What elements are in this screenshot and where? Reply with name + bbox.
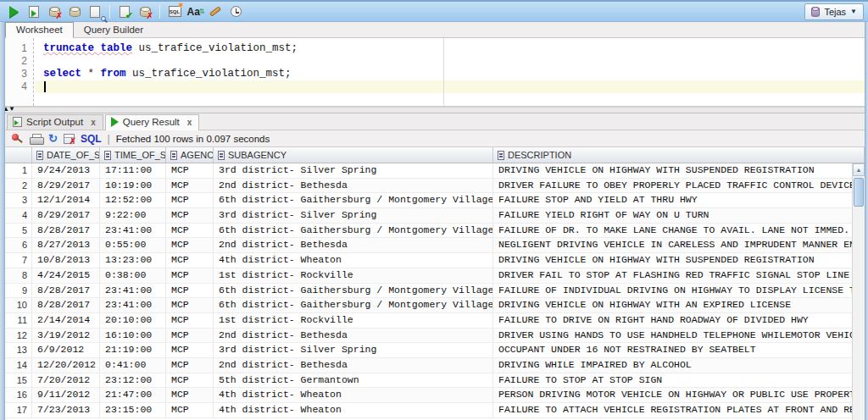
panel-splitter[interactable]: ▲▼ bbox=[0, 107, 868, 113]
clear-results-icon[interactable]: ✗ bbox=[64, 134, 75, 144]
agency-cell: MCP bbox=[166, 193, 214, 207]
date-of-stop-cell: 3/19/2012 bbox=[32, 329, 100, 343]
agency-cell: MCP bbox=[166, 163, 214, 178]
close-icon[interactable]: x bbox=[187, 118, 192, 127]
description-cell: DRIVER FAILURE TO OBEY PROPERLY PLACED T… bbox=[493, 179, 865, 193]
table-row[interactable]: 15 7/20/2012 23:12:00 MCP 5th district- … bbox=[5, 373, 865, 389]
column-header-agency[interactable]: AGENCY bbox=[166, 147, 214, 163]
table-row[interactable]: 6 8/27/2013 0:55:00 MCP 2nd district- Be… bbox=[5, 238, 865, 253]
column-header-icon bbox=[218, 151, 225, 160]
table-row[interactable]: 13 6/9/2012 21:19:00 MCP 3rd district- S… bbox=[5, 343, 865, 358]
clear-icon[interactable] bbox=[206, 3, 225, 20]
sql-editor[interactable]: 1 2 3 4 truncate table us_trafice_violat… bbox=[5, 38, 865, 107]
date-of-stop-cell: 8/27/2013 bbox=[32, 238, 100, 252]
table-row[interactable]: 7 10/8/2013 13:23:00 MCP 4th district- W… bbox=[5, 253, 865, 268]
line-number: 3 bbox=[5, 68, 27, 80]
document-tab-bar: Worksheet Query Builder bbox=[0, 22, 868, 38]
table-row[interactable]: 2 8/29/2017 10:19:00 MCP 2nd district- B… bbox=[5, 179, 865, 194]
commit-icon[interactable]: ✔ bbox=[115, 3, 134, 20]
table-row[interactable]: 16 9/11/2012 21:47:00 MCP 4th district- … bbox=[5, 388, 865, 403]
column-header-icon bbox=[36, 151, 43, 160]
agency-cell: MCP bbox=[166, 284, 214, 298]
column-header-time-of-stop[interactable]: TIME_OF_STOP bbox=[100, 147, 166, 163]
query-result-grid: 1 9/24/2013 17:11:00 MCP 3rd district- S… bbox=[5, 163, 865, 420]
subagency-cell: 6th district- Gaithersburg / Montgomery … bbox=[214, 298, 493, 312]
table-row[interactable]: 8 4/24/2015 0:38:00 MCP 1st district- Ro… bbox=[5, 268, 865, 284]
description-cell: FAILURE TO STOP AT STOP SIGN bbox=[493, 373, 865, 388]
date-of-stop-cell: 4/24/2015 bbox=[32, 268, 100, 283]
time-of-stop-cell: 23:41:00 bbox=[100, 298, 166, 312]
row-number-cell: 7 bbox=[5, 253, 32, 268]
tab-query-result[interactable]: Query Result x bbox=[105, 114, 200, 130]
table-row[interactable]: 5 8/28/2017 23:41:00 MCP 6th district- G… bbox=[5, 224, 865, 239]
tab-script-output[interactable]: Script Output x bbox=[7, 114, 103, 130]
row-number-cell: 1 bbox=[5, 163, 32, 178]
description-cell: FAILURE OF INDIVIDUAL DRIVING ON HIGHWAY… bbox=[493, 284, 865, 298]
row-number-cell: 17 bbox=[5, 403, 32, 417]
connection-selector[interactable]: Tejas ▼ bbox=[804, 3, 864, 20]
time-of-stop-cell: 0:55:00 bbox=[100, 238, 166, 252]
database-icon bbox=[811, 7, 820, 17]
table-row[interactable]: 9 8/28/2017 23:41:00 MCP 6th district- G… bbox=[5, 284, 865, 299]
sql-history-icon[interactable] bbox=[226, 3, 245, 20]
table-row[interactable]: 14 12/20/2012 0:41:00 MCP 2nd district- … bbox=[5, 358, 865, 373]
code-area[interactable]: truncate table us_trafice_violation_mst;… bbox=[35, 38, 865, 106]
refresh-icon[interactable]: ↻ bbox=[48, 133, 58, 144]
window-right-edge bbox=[865, 21, 868, 420]
tab-query-builder[interactable]: Query Builder bbox=[74, 23, 153, 37]
agency-cell: MCP bbox=[166, 208, 214, 223]
description-cell: DRIVING WHILE IMPAIRED BY ALCOHOL bbox=[493, 358, 865, 373]
row-number-cell: 10 bbox=[5, 298, 32, 312]
sql-link[interactable]: SQL bbox=[81, 133, 102, 145]
table-row[interactable]: 11 2/14/2014 20:10:00 MCP 1st district- … bbox=[5, 313, 865, 329]
date-of-stop-cell: 7/20/2012 bbox=[32, 373, 100, 388]
table-row[interactable]: 17 7/23/2013 23:15:00 MCP 4th district- … bbox=[5, 403, 865, 418]
scroll-up-icon[interactable]: ▲ bbox=[853, 163, 865, 176]
time-of-stop-cell: 23:15:00 bbox=[100, 403, 166, 417]
date-of-stop-cell: 8/29/2017 bbox=[32, 179, 100, 193]
description-cell: FAILURE STOP AND YIELD AT THRU HWY bbox=[493, 193, 865, 207]
date-of-stop-cell: 9/24/2013 bbox=[32, 163, 100, 178]
agency-cell: MCP bbox=[166, 179, 214, 193]
pin-icon[interactable] bbox=[10, 133, 24, 145]
subagency-cell: 3rd district- Silver Spring bbox=[214, 343, 493, 357]
change-case-icon[interactable]: Aa⇅ bbox=[186, 3, 204, 20]
scrollbar-thumb[interactable] bbox=[854, 178, 864, 207]
table-row[interactable]: 3 12/1/2014 12:52:00 MCP 6th district- G… bbox=[5, 193, 865, 208]
code-line-1: truncate table us_trafice_violation_mst; bbox=[43, 42, 865, 55]
vertical-scrollbar[interactable]: ▲ bbox=[852, 163, 865, 420]
autotrace-icon[interactable]: ✗ bbox=[45, 3, 64, 20]
run-script-icon[interactable] bbox=[25, 3, 43, 20]
collapse-down-icon[interactable]: ▼ bbox=[8, 105, 14, 113]
line-number: 4 bbox=[5, 80, 27, 93]
description-cell: NEGLIGENT DRIVING VEHICLE IN CARELESS AN… bbox=[493, 238, 865, 252]
subagency-cell: 3rd district- Silver Spring bbox=[214, 208, 493, 223]
table-row[interactable]: 10 8/28/2017 23:41:00 MCP 6th district- … bbox=[5, 298, 865, 313]
agency-cell: MCP bbox=[166, 253, 214, 268]
tab-worksheet[interactable]: Worksheet bbox=[5, 22, 74, 38]
script-output-icon bbox=[13, 117, 22, 127]
row-number-cell: 9 bbox=[5, 284, 32, 298]
table-row[interactable]: 4 8/29/2017 9:22:00 MCP 3rd district- Si… bbox=[5, 208, 865, 224]
time-of-stop-cell: 16:10:00 bbox=[100, 329, 166, 343]
column-header-date-of-stop[interactable]: DATE_OF_STOP bbox=[32, 147, 100, 163]
agency-cell: MCP bbox=[166, 298, 214, 312]
rollback-icon[interactable]: ✗ bbox=[136, 3, 154, 20]
unshared-worksheet-icon[interactable]: SQL✶ bbox=[165, 3, 184, 20]
results-tab-bar: Script Output x Query Result x bbox=[5, 113, 865, 130]
agency-cell: MCP bbox=[166, 373, 214, 388]
sql-tuning-advisor-icon[interactable] bbox=[86, 3, 104, 20]
column-header-subagency[interactable]: SUBAGENCY bbox=[214, 147, 493, 163]
table-row[interactable]: 12 3/19/2012 16:10:00 MCP 2nd district- … bbox=[5, 329, 865, 344]
explain-plan-icon[interactable] bbox=[65, 3, 84, 20]
description-cell: DRIVER USING HANDS TO USE HANDHELD TELEP… bbox=[493, 329, 865, 343]
run-statement-icon[interactable] bbox=[4, 3, 23, 20]
row-number-cell: 11 bbox=[5, 313, 32, 328]
close-icon[interactable]: x bbox=[91, 118, 96, 127]
status-separator: | bbox=[108, 133, 110, 145]
column-header-description[interactable]: DESCRIPTION bbox=[493, 147, 865, 163]
row-number-header[interactable] bbox=[5, 147, 32, 163]
print-icon[interactable] bbox=[30, 134, 42, 144]
worksheet-toolbar: ✗ ✔ ✗ SQL✶ Aa⇅ Tejas ▼ bbox=[0, 0, 868, 22]
table-row[interactable]: 1 9/24/2013 17:11:00 MCP 3rd district- S… bbox=[5, 163, 865, 179]
